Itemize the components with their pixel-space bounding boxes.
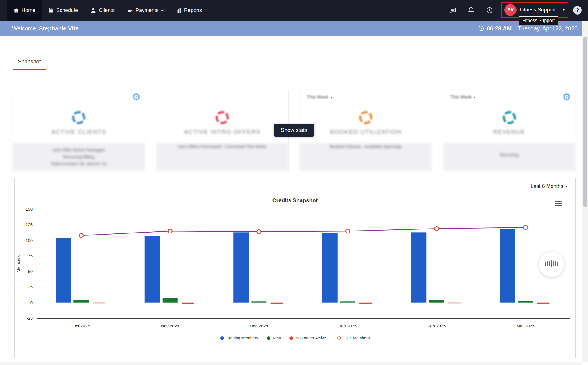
primary-nav: HomeScheduleClientsPayments▾Reports bbox=[7, 0, 208, 21]
legend-item-new[interactable]: New bbox=[267, 336, 281, 340]
card-footer-line: Total Contract: 95, Alumni: 51 bbox=[51, 161, 107, 166]
legend-item-starting-members[interactable]: Starting Members bbox=[220, 336, 258, 340]
legend-dot-swatch bbox=[220, 336, 224, 340]
chart-legend: Starting MembersNewNo Longer ActiveNet M… bbox=[15, 336, 575, 340]
card-period-selector[interactable]: This Week▾ bbox=[450, 95, 476, 100]
account-tooltip: Fitness Support bbox=[519, 17, 558, 25]
tabs-divider bbox=[0, 74, 588, 74]
nav-item-clients[interactable]: Clients bbox=[84, 0, 121, 21]
legend-item-no-longer-active[interactable]: No Longer Active bbox=[289, 336, 326, 340]
nav-item-label: Clients bbox=[99, 7, 115, 13]
tabs: Snapshot bbox=[0, 58, 588, 70]
help-button[interactable]: ? bbox=[573, 6, 582, 15]
account-menu[interactable]: SV Fitness Support... ▾ Fitness Support bbox=[501, 2, 568, 18]
bell-icon[interactable] bbox=[467, 7, 475, 14]
svg-text:25: 25 bbox=[28, 284, 33, 289]
chevron-down-icon: ▾ bbox=[563, 8, 565, 12]
card-period-selector[interactable]: This Week▾ bbox=[307, 95, 332, 100]
donut-ring-icon bbox=[215, 110, 230, 125]
legend-item-net-members[interactable]: Net Members bbox=[335, 336, 370, 340]
chevron-down-icon: ▾ bbox=[474, 95, 476, 99]
card-footer: Booked Classes - Available Openings bbox=[300, 143, 432, 171]
card-title: REVENUE bbox=[493, 128, 525, 135]
home-icon bbox=[13, 7, 19, 13]
svg-text:Dec 2024: Dec 2024 bbox=[250, 323, 268, 328]
donut-ring-icon bbox=[71, 110, 86, 125]
person-icon bbox=[90, 7, 96, 13]
nav-item-home[interactable]: Home bbox=[7, 0, 42, 21]
svg-text:50: 50 bbox=[28, 269, 33, 274]
gear-icon[interactable]: ⚙ bbox=[562, 91, 571, 103]
calendar-icon bbox=[48, 7, 54, 13]
svg-text:125: 125 bbox=[26, 222, 33, 227]
card-footer-line: Booked Classes - Available Openings bbox=[330, 144, 402, 149]
account-label: Fitness Support... bbox=[519, 7, 560, 13]
nav-item-reports[interactable]: Reports bbox=[169, 0, 208, 21]
svg-text:-25: -25 bbox=[26, 316, 33, 321]
gear-icon[interactable]: ⚙ bbox=[132, 91, 140, 103]
card-footer: Recurring bbox=[443, 143, 575, 171]
svg-text:100: 100 bbox=[26, 238, 33, 243]
chevron-down-icon: ▾ bbox=[330, 95, 332, 99]
donut-ring-icon bbox=[358, 110, 373, 125]
credits-snapshot-chart: 1501251007550250-25MembersOct 2024Nov 20… bbox=[15, 204, 575, 334]
svg-text:150: 150 bbox=[26, 207, 33, 212]
vertical-scrollbar-thumb[interactable] bbox=[583, 37, 587, 207]
clock-icon[interactable] bbox=[486, 7, 493, 14]
card-footer-line: Intro Offers Purchased - Converted This … bbox=[178, 144, 266, 149]
nav-item-label: Home bbox=[22, 7, 35, 13]
stat-card-active-intro-offers: ACTIVE INTRO OFFERSIntro Offers Purchase… bbox=[156, 90, 289, 171]
card-footer: Intro Offers Purchased - Converted This … bbox=[156, 143, 288, 171]
current-date: Tuesday, April 22, 2025 bbox=[518, 25, 578, 32]
top-navbar: HomeScheduleClientsPayments▾Reports SV F… bbox=[0, 0, 588, 21]
svg-text:Oct 2024: Oct 2024 bbox=[72, 323, 90, 328]
welcome-message: Welcome, Stephanie Vite bbox=[12, 25, 79, 32]
chevron-down-icon: ▾ bbox=[161, 9, 163, 12]
hamburger-menu-icon[interactable] bbox=[555, 200, 562, 207]
chart-period-label: Last 6 Months bbox=[531, 183, 563, 189]
legend-label: New bbox=[273, 336, 281, 340]
chevron-down-icon: ▾ bbox=[565, 184, 567, 188]
nav-item-payments[interactable]: Payments▾ bbox=[121, 0, 169, 21]
nav-item-label: Reports bbox=[184, 7, 202, 13]
legend-label: Net Members bbox=[346, 336, 370, 340]
chart-period-selector[interactable]: Last 6 Months ▾ bbox=[531, 183, 567, 189]
stat-card-active-clients: ⚙ACTIVE CLIENTSIntro Offer Active Packag… bbox=[13, 90, 145, 171]
card-footer-line: Intro Offer Active Packages bbox=[53, 147, 105, 153]
legend-line-marker-swatch bbox=[335, 336, 343, 340]
card-top: ACTIVE CLIENTS bbox=[13, 90, 145, 143]
card-period-label: This Week bbox=[450, 95, 472, 100]
horizontal-scrollbar[interactable] bbox=[0, 362, 582, 365]
avatar[interactable]: SV bbox=[504, 4, 517, 16]
card-footer-line: Recurring bbox=[500, 152, 519, 157]
welcome-prefix: Welcome, bbox=[12, 25, 38, 32]
chat-icon[interactable] bbox=[449, 7, 457, 14]
chart-title: Credits Snapshot bbox=[15, 197, 575, 204]
legend-dot-swatch bbox=[267, 336, 270, 340]
tab-snapshot[interactable]: Snapshot bbox=[13, 58, 46, 70]
current-time: 06:23 AM bbox=[478, 25, 512, 32]
payments-icon bbox=[127, 7, 133, 13]
nav-item-schedule[interactable]: Schedule bbox=[42, 0, 84, 21]
nav-item-label: Schedule bbox=[56, 7, 78, 13]
card-title: ACTIVE INTRO OFFERS bbox=[184, 128, 261, 135]
vertical-scrollbar[interactable] bbox=[582, 21, 588, 362]
nav-item-label: Payments bbox=[136, 7, 158, 13]
legend-label: No Longer Active bbox=[295, 336, 326, 340]
svg-text:Jan 2025: Jan 2025 bbox=[339, 323, 357, 328]
chart-header: Last 6 Months ▾ bbox=[15, 178, 575, 194]
donut-ring-icon bbox=[502, 110, 517, 125]
svg-text:75: 75 bbox=[28, 253, 33, 258]
barcode-scan-badge[interactable] bbox=[539, 252, 564, 277]
show-stats-button[interactable]: Show stats bbox=[274, 124, 314, 137]
card-top: ACTIVE INTRO OFFERS bbox=[156, 90, 288, 143]
svg-text:Members: Members bbox=[16, 255, 21, 272]
card-footer: Intro Offer Active PackagesRecurring Bil… bbox=[13, 143, 145, 171]
reports-icon bbox=[176, 7, 181, 13]
card-period-label: This Week bbox=[307, 95, 328, 100]
welcome-right: 06:23 AM Tuesday, April 22, 2025 bbox=[478, 25, 578, 32]
barcode-icon bbox=[545, 259, 558, 270]
utility-icons bbox=[449, 7, 493, 14]
navbar-right: SV Fitness Support... ▾ Fitness Support … bbox=[449, 0, 588, 21]
card-title: BOOKED UTILIZATION bbox=[330, 128, 401, 135]
